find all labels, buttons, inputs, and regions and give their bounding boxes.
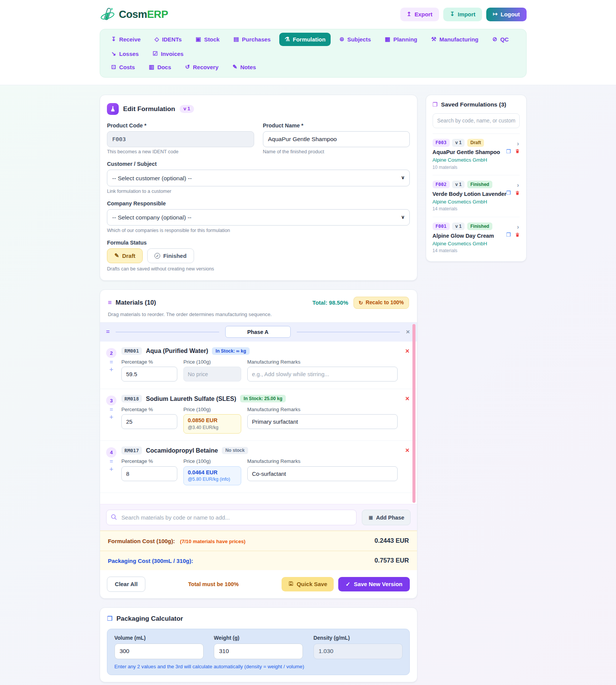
material-search-input[interactable] bbox=[106, 510, 357, 525]
company-select[interactable]: -- Select company (optional) -- bbox=[107, 209, 410, 226]
cube-icon: ❒ bbox=[107, 615, 112, 622]
copy-icon[interactable]: ❐ bbox=[506, 148, 511, 154]
saved-formulations-panel: ❐ Saved Formulations (3) F003 v 1 Draft … bbox=[426, 95, 526, 262]
quick-save-button[interactable]: Quick Save bbox=[282, 577, 334, 592]
order-number: 4 bbox=[106, 447, 116, 457]
nav-tab-qc[interactable]: ⊘QC bbox=[487, 33, 514, 46]
material-row: 2 = + RM001 Aqua (Purified Water) In Sto… bbox=[100, 342, 417, 389]
import-icon: ↧ bbox=[450, 11, 455, 17]
copy-icon[interactable]: ❐ bbox=[506, 232, 511, 238]
percentage-label: Percentage % bbox=[121, 458, 177, 464]
export-button[interactable]: ↥ Export bbox=[400, 8, 439, 21]
remove-material-icon[interactable]: × bbox=[405, 447, 409, 454]
total-hint: Total must be 100% bbox=[188, 581, 239, 587]
material-name: Aqua (Purified Water) bbox=[146, 347, 208, 354]
clear-all-button[interactable]: Clear All bbox=[107, 577, 145, 592]
percentage-input[interactable] bbox=[121, 466, 177, 481]
recalc-button[interactable]: ↻ Recalc to 100% bbox=[353, 297, 409, 309]
formulation-material-count: 14 materials bbox=[433, 206, 520, 211]
qc-icon: ⊘ bbox=[492, 37, 497, 42]
material-row: 4 = + RM017 Cocamidopropyl Betaine No st… bbox=[100, 441, 417, 493]
nav-tab-costs[interactable]: ⊡Costs bbox=[106, 60, 140, 74]
saved-formulation-item[interactable]: F003 v 1 Draft › AquaPur Gentle Shampoo … bbox=[433, 134, 520, 176]
nav-tab-losses[interactable]: ↘Losses bbox=[106, 47, 144, 60]
logout-button[interactable]: ↦ Logout bbox=[486, 8, 526, 21]
formulation-customer: Alpine Cosmetics GmbH bbox=[433, 199, 520, 205]
insert-material-icon[interactable]: + bbox=[109, 414, 113, 421]
drag-handle-icon[interactable]: = bbox=[106, 328, 110, 335]
remove-phase-icon[interactable]: × bbox=[406, 328, 410, 336]
saved-search-input[interactable] bbox=[433, 113, 520, 128]
saved-formulation-item[interactable]: F002 v 1 Finished › Verde Body Lotion La… bbox=[433, 175, 520, 217]
company-label: Company Responsible bbox=[107, 200, 410, 207]
nav-tab-stock[interactable]: ▣Stock bbox=[191, 33, 225, 46]
status-finished-button[interactable]: ✓ Finished bbox=[147, 248, 194, 263]
materials-scrollbar[interactable] bbox=[412, 324, 415, 503]
price-display: 0.0850 EUR @3.40 EUR/kg bbox=[183, 414, 241, 433]
formulation-material-count: 10 materials bbox=[433, 165, 520, 170]
status-helper: Drafts can be saved without creating new… bbox=[107, 266, 410, 272]
nav-tab-purchases[interactable]: ▤Purchases bbox=[228, 33, 276, 46]
nav-tab-manufacturing[interactable]: ⚒Manufacturing bbox=[426, 33, 484, 46]
nav-tab-formulation[interactable]: ⚗Formulation bbox=[279, 33, 331, 46]
save-new-version-button[interactable]: ✓ Save New Version bbox=[338, 577, 410, 592]
logout-icon: ↦ bbox=[493, 11, 498, 17]
percentage-input[interactable] bbox=[121, 414, 177, 429]
customer-select[interactable]: -- Select customer (optional) -- bbox=[107, 170, 410, 186]
formulation-customer: Alpine Cosmetics GmbH bbox=[433, 157, 520, 163]
phase-name-input[interactable] bbox=[225, 326, 291, 338]
remove-material-icon[interactable]: × bbox=[405, 395, 409, 402]
add-phase-button[interactable]: ≣ Add Phase bbox=[362, 510, 411, 525]
status-label: Formula Status bbox=[107, 240, 410, 246]
stock-icon: ▣ bbox=[196, 37, 201, 42]
nav-tab-recovery[interactable]: ↺Recovery bbox=[180, 60, 224, 74]
remarks-input[interactable] bbox=[247, 466, 398, 481]
materials-title: Materials (10) bbox=[116, 299, 156, 307]
notes-icon: ✎ bbox=[232, 64, 237, 70]
remarks-input[interactable] bbox=[247, 367, 398, 381]
nav-tab-planning[interactable]: ▦Planning bbox=[380, 33, 423, 46]
formulation-code-badge: F003 bbox=[433, 139, 450, 146]
edit-formulation-card: Edit Formulation v 1 Product Code * This… bbox=[100, 95, 417, 281]
weight-input[interactable] bbox=[214, 644, 303, 659]
remarks-label: Manufacturing Remarks bbox=[247, 359, 398, 365]
company-helper: Which of our companies is responsible fo… bbox=[107, 228, 410, 233]
percentage-input[interactable] bbox=[121, 367, 177, 381]
app-name: CosmERP bbox=[119, 8, 168, 21]
nav-tab-notes[interactable]: ✎Notes bbox=[227, 60, 261, 74]
copy-icon[interactable]: ❐ bbox=[506, 190, 511, 196]
product-code-field[interactable] bbox=[107, 131, 254, 147]
price-per-kg: @3.40 EUR/kg bbox=[188, 425, 237, 430]
drag-handle-icon[interactable]: = bbox=[110, 359, 113, 365]
status-draft-button[interactable]: ✎ Draft bbox=[107, 248, 143, 263]
remarks-input[interactable] bbox=[247, 414, 398, 429]
trash-icon[interactable] bbox=[515, 232, 520, 238]
product-name-field[interactable] bbox=[263, 131, 410, 147]
materials-total: Total: 98.50% bbox=[312, 299, 348, 306]
trash-icon[interactable] bbox=[515, 148, 520, 154]
import-button[interactable]: ↧ Import bbox=[443, 8, 482, 21]
price-value: 0.0464 EUR bbox=[188, 469, 237, 475]
drag-handle-icon[interactable]: = bbox=[110, 459, 113, 464]
nav-tab-receive[interactable]: ↧Receive bbox=[106, 33, 146, 46]
saved-formulation-item[interactable]: F001 v 1 Finished › Alpine Glow Day Crea… bbox=[433, 217, 520, 255]
nav-tab-idents[interactable]: ◇IDENTs bbox=[149, 33, 187, 46]
drag-handle-icon[interactable]: = bbox=[110, 407, 113, 413]
formulation-customer: Alpine Cosmetics GmbH bbox=[433, 241, 520, 246]
trash-icon[interactable] bbox=[515, 190, 520, 196]
nav-tab-docs[interactable]: ▥Docs bbox=[144, 60, 177, 74]
materials-helper: Drag materials to reorder. The order det… bbox=[100, 312, 417, 323]
remove-material-icon[interactable]: × bbox=[405, 348, 409, 354]
customer-helper: Link formulation to a customer bbox=[107, 189, 410, 194]
cost-summary: Formulation Cost (100g): (7/10 materials… bbox=[100, 531, 417, 570]
volume-input[interactable] bbox=[115, 644, 204, 659]
price-label: Price (100g) bbox=[183, 407, 241, 412]
insert-material-icon[interactable]: + bbox=[109, 366, 113, 373]
nav-tab-subjects[interactable]: ⊚Subjects bbox=[334, 33, 376, 46]
purchases-icon: ▤ bbox=[234, 37, 239, 42]
price-value: 0.0850 EUR bbox=[188, 417, 237, 423]
nav-tab-invoices[interactable]: ☑Invoices bbox=[147, 47, 189, 60]
docs-icon: ▥ bbox=[149, 64, 154, 70]
insert-material-icon[interactable]: + bbox=[109, 466, 113, 473]
recovery-icon: ↺ bbox=[185, 64, 190, 70]
